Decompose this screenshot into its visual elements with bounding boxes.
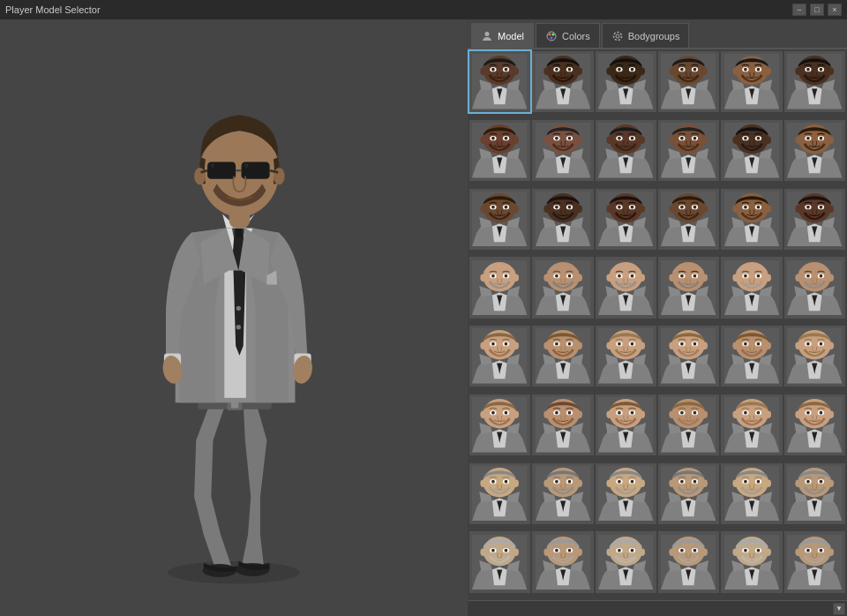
model-cell[interactable] — [469, 51, 530, 112]
model-cell[interactable] — [532, 51, 593, 112]
model-cell[interactable] — [784, 189, 845, 250]
model-cell[interactable] — [658, 531, 719, 592]
minimize-button[interactable]: − — [792, 4, 806, 16]
face-thumbnail — [598, 535, 653, 590]
model-cell[interactable] — [658, 51, 719, 112]
tab-model-label: Model — [498, 31, 524, 41]
svg-point-351 — [806, 411, 810, 415]
model-cell[interactable] — [532, 326, 593, 387]
svg-point-171 — [681, 206, 685, 209]
svg-point-180 — [744, 206, 747, 209]
svg-point-60 — [702, 68, 708, 75]
model-cell[interactable] — [721, 463, 782, 524]
svg-point-167 — [670, 206, 675, 213]
svg-point-217 — [631, 274, 634, 278]
maximize-button[interactable]: □ — [810, 4, 824, 16]
svg-point-240 — [828, 274, 834, 281]
svg-point-190 — [820, 206, 823, 209]
model-cell[interactable] — [469, 257, 530, 318]
face-thumbnail — [724, 260, 779, 315]
model-cell[interactable] — [469, 326, 530, 387]
svg-point-253 — [505, 342, 508, 346]
model-figure — [79, 44, 388, 591]
model-cell[interactable] — [469, 189, 530, 250]
model-cell[interactable] — [784, 257, 845, 318]
tab-model[interactable]: Model — [471, 23, 534, 48]
model-cell[interactable] — [596, 257, 656, 318]
model-cell[interactable] — [532, 189, 593, 250]
svg-point-78 — [828, 68, 834, 75]
model-cell[interactable] — [532, 531, 593, 592]
svg-point-297 — [806, 342, 810, 346]
model-cell[interactable] — [721, 326, 782, 387]
model-cell[interactable] — [658, 463, 719, 524]
model-cell[interactable] — [596, 463, 656, 524]
model-cell[interactable] — [721, 257, 782, 318]
model-grid[interactable] — [468, 49, 847, 600]
tab-colors[interactable]: Colors — [536, 23, 600, 48]
model-cell[interactable] — [658, 394, 719, 455]
svg-point-249 — [513, 342, 519, 349]
svg-point-284 — [732, 342, 738, 349]
svg-point-42 — [577, 68, 582, 75]
svg-point-402 — [828, 480, 834, 487]
model-cell[interactable] — [784, 326, 845, 387]
model-cell[interactable] — [532, 394, 593, 455]
svg-point-325 — [631, 411, 634, 415]
svg-point-24 — [548, 33, 551, 35]
model-cell[interactable] — [532, 463, 593, 524]
model-cell[interactable] — [658, 189, 719, 250]
model-cell[interactable] — [532, 257, 593, 318]
svg-point-442 — [693, 549, 697, 552]
scroll-down-button[interactable]: ▼ — [833, 603, 845, 615]
model-cell[interactable] — [532, 120, 593, 181]
model-cell[interactable] — [784, 51, 845, 112]
model-cell[interactable] — [721, 120, 782, 181]
palette-icon — [545, 30, 558, 42]
svg-point-387 — [681, 480, 685, 484]
svg-point-207 — [555, 274, 558, 278]
svg-point-455 — [795, 548, 800, 555]
svg-point-221 — [670, 274, 675, 281]
tab-bodygroups[interactable]: Bodygroups — [602, 23, 690, 48]
face-thumbnail — [724, 54, 779, 109]
svg-point-383 — [670, 480, 675, 487]
model-cell[interactable] — [596, 326, 656, 387]
model-cell[interactable] — [721, 531, 782, 592]
svg-point-303 — [513, 411, 519, 418]
svg-point-438 — [702, 548, 708, 555]
svg-point-374 — [606, 480, 611, 487]
svg-point-159 — [640, 206, 645, 213]
close-button[interactable]: × — [828, 4, 842, 16]
model-cell[interactable] — [721, 51, 782, 112]
svg-point-324 — [618, 411, 621, 415]
model-cell[interactable] — [469, 531, 530, 592]
face-thumbnail — [536, 192, 590, 246]
model-cell[interactable] — [784, 394, 845, 455]
svg-point-91 — [505, 137, 508, 140]
model-cell[interactable] — [784, 531, 845, 592]
model-cell[interactable] — [596, 51, 656, 112]
model-cell[interactable] — [721, 189, 782, 250]
model-cell[interactable] — [784, 120, 845, 181]
svg-point-294 — [828, 342, 834, 349]
model-cell[interactable] — [596, 531, 656, 592]
svg-point-235 — [756, 274, 760, 278]
model-cell[interactable] — [596, 120, 656, 181]
model-cell[interactable] — [596, 189, 656, 250]
titlebar: Player Model Selector − □ × — [0, 0, 847, 19]
model-cell[interactable] — [469, 120, 530, 181]
model-cell[interactable] — [469, 463, 530, 524]
svg-point-289 — [756, 342, 760, 346]
svg-point-177 — [766, 206, 771, 213]
svg-point-378 — [618, 480, 621, 484]
model-cell[interactable] — [658, 257, 719, 318]
model-cell[interactable] — [721, 394, 782, 455]
model-cell[interactable] — [784, 463, 845, 524]
tab-bodygroups-label: Bodygroups — [628, 31, 680, 41]
model-cell[interactable] — [658, 326, 719, 387]
svg-point-456 — [828, 548, 834, 555]
model-cell[interactable] — [596, 394, 656, 455]
model-cell[interactable] — [469, 394, 530, 455]
model-cell[interactable] — [658, 120, 719, 181]
